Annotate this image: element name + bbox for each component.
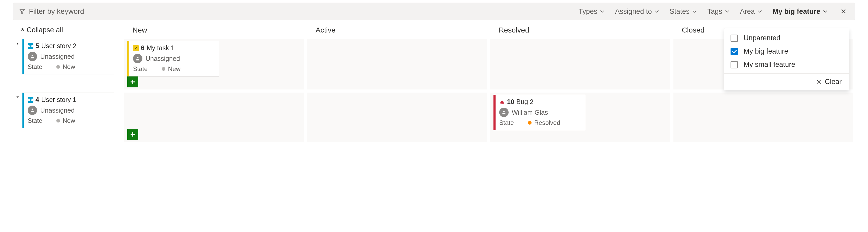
filter-assigned-to[interactable]: Assigned to	[615, 7, 659, 15]
chevron-down-icon	[725, 9, 730, 14]
filter-placeholder: Filter by keyword	[29, 7, 84, 15]
checkbox-icon[interactable]	[731, 35, 738, 42]
filter-tags[interactable]: Tags	[707, 7, 730, 15]
bug-card[interactable]: 10 Bug 2 William Glas State Resolved	[493, 95, 585, 130]
column-header: New	[128, 26, 308, 34]
lane-new[interactable]	[124, 92, 304, 142]
dropdown-option-label: Unparented	[744, 34, 780, 42]
lane-new[interactable]: 6 My task 1 Unassigned State New	[124, 39, 304, 89]
bug-icon	[499, 99, 505, 105]
state-field-label: State	[499, 119, 520, 126]
state-dot-icon	[162, 67, 165, 71]
svg-point-4	[137, 57, 138, 59]
svg-point-10	[503, 111, 505, 112]
close-icon	[841, 8, 846, 14]
filter-states[interactable]: States	[670, 7, 697, 15]
checkbox-icon[interactable]	[731, 61, 738, 68]
filter-bar: Filter by keyword Types Assigned to Stat…	[13, 3, 855, 20]
avatar-icon	[28, 52, 37, 61]
filter-controls: Types Assigned to States Tags Area My bi…	[579, 7, 849, 15]
avatar-icon	[499, 108, 508, 117]
filter-keyword-input[interactable]: Filter by keyword	[19, 7, 84, 15]
chevron-down-icon	[654, 9, 659, 14]
state-field-label: State	[133, 65, 154, 73]
avatar-icon	[28, 106, 37, 115]
avatar-icon	[133, 54, 143, 63]
column-header: Active	[311, 26, 491, 34]
task-card[interactable]: 6 My task 1 Unassigned State New	[127, 41, 219, 76]
state-value: New	[63, 117, 75, 124]
assignee-name: Unassigned	[40, 107, 74, 114]
row-toggle[interactable]	[13, 39, 23, 89]
svg-rect-1	[29, 45, 30, 45]
plus-icon	[130, 79, 135, 85]
state-field-label: State	[28, 63, 49, 71]
work-item-id: 6	[141, 44, 145, 52]
collapse-all-button[interactable]: Collapse all	[13, 23, 128, 39]
caret-down-icon	[16, 41, 20, 45]
assignee-name: Unassigned	[40, 53, 74, 60]
work-item-title: User story 2	[41, 42, 76, 50]
assignee-name: William Glas	[512, 109, 548, 116]
filter-types[interactable]: Types	[579, 7, 604, 15]
chevron-down-icon	[823, 9, 828, 14]
dropdown-option[interactable]: Unparented	[724, 32, 849, 45]
lane-resolved[interactable]: 10 Bug 2 William Glas State Resolved	[490, 92, 670, 142]
chevron-down-icon	[692, 9, 697, 14]
filter-parent-dropdown[interactable]: Unparented My big feature My small featu…	[724, 28, 849, 90]
svg-point-3	[32, 55, 33, 56]
row-toggle[interactable]	[13, 92, 23, 142]
filter-parent[interactable]: My big feature	[773, 7, 828, 15]
lane-closed[interactable]	[674, 92, 854, 142]
lane-active[interactable]	[307, 39, 487, 89]
dropdown-option[interactable]: My big feature	[724, 45, 849, 58]
caret-down-icon	[16, 95, 20, 99]
dropdown-option-label: My small feature	[744, 61, 795, 69]
dropdown-clear-button[interactable]: Clear	[816, 78, 842, 86]
column-header: Resolved	[494, 26, 674, 34]
close-icon	[816, 79, 822, 85]
chevron-down-icon	[600, 9, 604, 14]
state-value: New	[168, 65, 181, 73]
work-item-id: 4	[35, 96, 39, 104]
work-item-id: 10	[507, 98, 514, 106]
dropdown-option[interactable]: My small feature	[724, 58, 849, 71]
work-item-title: My task 1	[147, 44, 175, 52]
add-item-button[interactable]	[127, 76, 138, 87]
filter-area[interactable]: Area	[740, 7, 762, 15]
svg-rect-2	[29, 46, 30, 46]
user-story-icon	[28, 43, 33, 49]
close-filter-button[interactable]	[838, 8, 849, 15]
state-field-label: State	[28, 117, 49, 124]
assignee-name: Unassigned	[146, 55, 180, 63]
svg-rect-7	[29, 100, 30, 100]
plus-icon	[130, 131, 135, 137]
filter-icon	[19, 8, 25, 14]
state-dot-icon	[56, 119, 60, 122]
add-item-button[interactable]	[127, 129, 138, 140]
checkbox-icon[interactable]	[731, 48, 738, 55]
work-item-id: 5	[35, 42, 39, 50]
parent-card[interactable]: 4 User story 1 Unassigned State New	[23, 92, 114, 128]
dropdown-option-label: My big feature	[744, 47, 788, 55]
task-icon	[133, 45, 139, 51]
lane-resolved[interactable]	[490, 39, 670, 89]
lane-active[interactable]	[307, 92, 487, 142]
work-item-title: User story 1	[41, 96, 76, 104]
state-dot-icon	[528, 121, 531, 125]
svg-rect-6	[29, 99, 30, 99]
collapse-icon	[20, 28, 25, 33]
parent-card[interactable]: 5 User story 2 Unassigned State New	[23, 39, 114, 74]
state-value: Resolved	[534, 119, 560, 126]
state-dot-icon	[56, 65, 60, 69]
chevron-down-icon	[757, 9, 762, 14]
state-value: New	[63, 63, 75, 71]
swimlane-row: 4 User story 1 Unassigned State New	[13, 92, 855, 142]
work-item-title: Bug 2	[517, 98, 533, 106]
user-story-icon	[28, 97, 33, 103]
svg-point-8	[32, 109, 33, 110]
